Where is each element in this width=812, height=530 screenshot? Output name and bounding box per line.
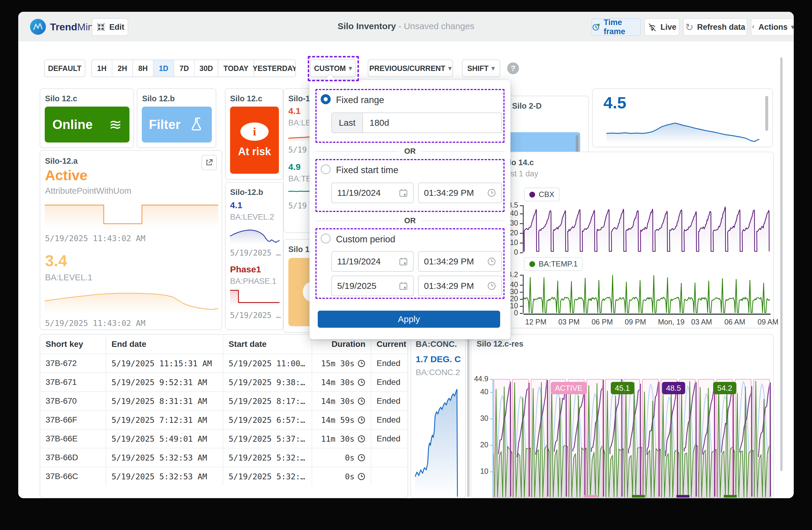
cell-end-date: 5/19/2025 5:32:53 AM: [106, 448, 223, 467]
previous-current-button[interactable]: PREVIOUS/CURRENT▾: [368, 59, 453, 77]
phase-label: BA:PHASE.1: [230, 277, 277, 286]
scrollbar[interactable]: [765, 96, 768, 131]
cell-end-date: 5/19/2025 9:52:31 AM: [106, 373, 223, 391]
custom-start-time-input[interactable]: 01:34:29 PM: [418, 251, 502, 272]
tile-ba-conc[interactable]: BA:CONC. 1.7 DEG. C BA:CONC.2: [410, 334, 466, 498]
page-scrollbar[interactable]: [780, 57, 783, 471]
fixed-start-radio[interactable]: [321, 164, 331, 174]
table-row[interactable]: 37B-66D5/19/2025 5:32:53 AM5/19/2025 5:3…: [40, 448, 407, 467]
tile-silo-12c-status[interactable]: Silo 12.c Online ≋: [40, 88, 134, 148]
column-header-start-date[interactable]: Start date: [223, 335, 311, 354]
badge-48-5[interactable]: 48.5: [662, 382, 685, 394]
apply-button[interactable]: Apply: [318, 311, 500, 328]
tile-silo-12b-filter[interactable]: Silo 12.b Filter: [137, 88, 216, 148]
badge-label: 48.5: [666, 383, 681, 393]
custom-start-date-input[interactable]: 11/19/2024: [331, 251, 414, 272]
range-button-2h[interactable]: 2H: [112, 60, 133, 76]
external-link-icon: [205, 159, 213, 166]
badge-45-1[interactable]: 45.1: [611, 382, 634, 394]
tile-silo-14c[interactable]: Silo 14.c Last 1 day CBX BA:TEMP.1 48.54…: [484, 152, 774, 328]
legend-batemp[interactable]: BA:TEMP.1: [524, 257, 583, 271]
help-icon[interactable]: ?: [507, 62, 519, 74]
range-button-yesterday[interactable]: YESTERDAY: [254, 60, 295, 76]
badge-active[interactable]: ACTIVE: [551, 382, 586, 394]
calendar-icon: [399, 281, 408, 290]
tile-value-label: BA:LEVEL.2: [230, 213, 274, 222]
badge-54-2[interactable]: 54.2: [713, 382, 736, 394]
tile-45-trend[interactable]: 4.5: [592, 88, 773, 147]
tile-silo-12c-res[interactable]: Silo 12.c-res ACTIVE 45.1 48.5 54.2 44.9…: [471, 334, 774, 498]
range-button-7d[interactable]: 7D: [174, 60, 195, 76]
fixed-range-radio[interactable]: [321, 94, 331, 104]
chart-cbx: [523, 205, 770, 252]
fixed-start-time-input[interactable]: 01:34:29 PM: [418, 183, 502, 203]
table-row[interactable]: 37B-6705/19/2025 8:31:31 AM5/19/2025 8:1…: [40, 391, 407, 410]
fixed-start-date-input[interactable]: 11/19/2024: [331, 183, 414, 203]
cell-duration: 14m 59s: [311, 411, 371, 429]
range-button-8h[interactable]: 8H: [133, 60, 154, 76]
cell-current: Ended: [371, 392, 407, 410]
column-header-end-date[interactable]: End date: [106, 335, 223, 354]
last-prefix: Last: [332, 113, 363, 132]
dashboard-title: Silo Inventory: [337, 21, 396, 31]
table-row[interactable]: 37B-66E5/19/2025 5:49:01 AM5/19/2025 5:3…: [40, 429, 407, 448]
tile-silo-12a[interactable]: Silo-12.a Active AttributePointWithUom 5…: [40, 150, 222, 330]
legend-cbx[interactable]: CBX: [524, 187, 560, 201]
custom-label: CUSTOM: [314, 64, 346, 73]
range-button-1d[interactable]: 1D: [154, 60, 174, 76]
legend-dot: [529, 192, 535, 198]
refresh-data-button[interactable]: ↻ Refresh data: [683, 18, 747, 36]
range-button-30d[interactable]: 30D: [195, 60, 218, 76]
chevron-down-icon: ▾: [448, 65, 452, 72]
y-tick-label: 10: [471, 467, 488, 475]
cell-short-key: 37B-66E: [40, 430, 106, 448]
custom-end-time-input[interactable]: 01:34:29 PM: [418, 276, 502, 296]
duration-value-input[interactable]: 180d: [363, 113, 501, 132]
apply-label: Apply: [398, 314, 420, 324]
scrollbar[interactable]: [467, 335, 469, 497]
cell-end-date: 5/19/2025 8:31:31 AM: [106, 392, 223, 410]
cell-duration: 14m 30s: [311, 392, 371, 410]
range-button-group: 1H2H8H1D7D30DTODAYYESTERDAY: [91, 59, 296, 77]
header-bar: TrendMiner Edit Silo Inventory - Unsaved…: [18, 12, 794, 41]
live-button[interactable]: Live: [644, 18, 680, 36]
x-tick-label: 06 AM: [724, 318, 745, 326]
column-header-short-key[interactable]: Short key: [40, 335, 106, 354]
custom-range-button[interactable]: CUSTOM▾: [310, 59, 356, 77]
status-atrisk-label: At risk: [238, 145, 271, 158]
x-tick-label: 09 PM: [625, 318, 646, 326]
logo-text-bold: Trend: [50, 21, 77, 32]
page-title: Silo Inventory - Unsaved changes: [337, 21, 474, 31]
tile-title: Silo-1: [288, 94, 310, 103]
timeframe-button[interactable]: Time frame: [591, 18, 641, 36]
default-range-button[interactable]: DEFAULT: [44, 59, 85, 77]
table-row[interactable]: 37B-6715/19/2025 9:52:31 AM5/19/2025 9:3…: [40, 373, 407, 391]
range-button-1h[interactable]: 1H: [92, 60, 112, 76]
tile-title: Silo 12.c: [45, 94, 77, 103]
table-row[interactable]: 37B-66C5/19/2025 5:32:53 AM5/19/2025 5:3…: [40, 467, 407, 486]
fixed-range-input[interactable]: Last 180d: [331, 112, 502, 133]
custom-period-radio[interactable]: [321, 234, 331, 243]
info-icon: i: [241, 123, 269, 141]
tile-silo-12b-values[interactable]: Silo-12.b 4.1 BA:LEVEL.2 5/19/2025 … Pha…: [225, 182, 283, 330]
refresh-icon: ↻: [685, 22, 694, 32]
shift-button[interactable]: SHIFT▾: [462, 59, 500, 77]
table-row[interactable]: 37B-66F5/19/2025 7:12:31 AM5/19/2025 6:5…: [40, 410, 407, 429]
fixed-start-label: Fixed start time: [336, 165, 398, 176]
fixed-start-group: Fixed start time 11/19/2024 01:34:29 PM: [315, 159, 505, 212]
edit-button[interactable]: Edit: [92, 18, 128, 36]
date-value: 11/19/2024: [337, 188, 395, 198]
sparkline-level: [45, 284, 218, 313]
sparkline-phase: [230, 288, 279, 307]
tile-title: Silo-12.b: [230, 188, 263, 197]
tile-silo-12c-risk[interactable]: Silo 12.c i At risk: [225, 88, 283, 180]
clock-green-dot-icon: [592, 23, 600, 32]
range-button-today[interactable]: TODAY: [218, 60, 254, 76]
open-external-button[interactable]: [202, 155, 217, 170]
chart-batemp: [523, 275, 770, 313]
cell-duration: 15m 30s: [311, 354, 371, 373]
custom-end-date-input[interactable]: 5/19/2025: [331, 276, 414, 296]
badge-label: 45.1: [615, 383, 630, 393]
table-row[interactable]: 37B-6725/19/2025 11:15:31 AM5/19/2025 11…: [40, 354, 407, 373]
actions-button[interactable]: Actions ▾: [751, 18, 794, 36]
